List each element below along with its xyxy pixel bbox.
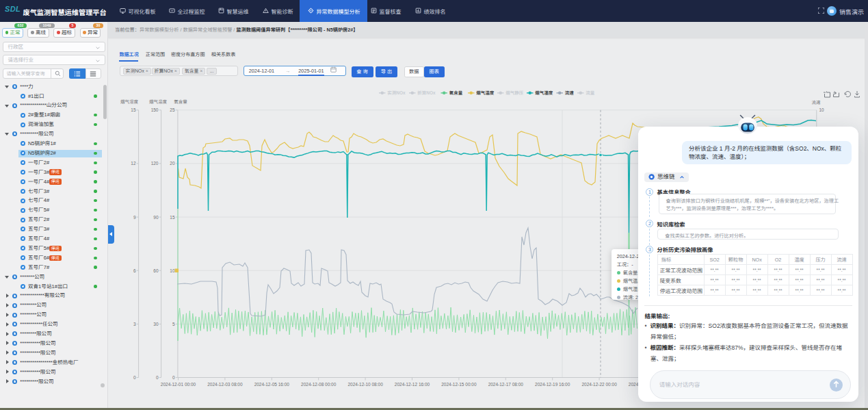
svg-text:0: 0 <box>133 375 136 380</box>
svg-text:氧含量: 氧含量 <box>449 90 463 95</box>
svg-text:15: 15 <box>131 107 136 112</box>
svg-text:烟气静压: 烟气静压 <box>505 90 524 95</box>
svg-text:烟气湿度: 烟气湿度 <box>120 99 139 104</box>
svg-text:10: 10 <box>819 107 825 112</box>
svg-text:60: 60 <box>153 268 159 273</box>
svg-text:0: 0 <box>156 375 159 380</box>
svg-text:烟气湿度: 烟气湿度 <box>535 90 553 95</box>
svg-text:2024-12-01 00:00: 2024-12-01 00:00 <box>161 382 196 387</box>
svg-text:流速: 流速 <box>812 100 821 105</box>
svg-text:流量: 流量 <box>586 90 595 95</box>
svg-text:12: 12 <box>131 161 136 166</box>
svg-text:20: 20 <box>170 161 175 166</box>
svg-text:6: 6 <box>133 268 136 273</box>
svg-text:2024-12-10 08:00: 2024-12-10 08:00 <box>347 382 383 387</box>
svg-text:流速: 流速 <box>565 90 575 95</box>
svg-text:烟气温度: 烟气温度 <box>149 99 168 104</box>
svg-text:3: 3 <box>133 322 136 326</box>
svg-text:90: 90 <box>153 215 159 220</box>
svg-text:折算NOx: 折算NOx <box>417 90 436 95</box>
svg-text:30: 30 <box>153 322 159 326</box>
svg-text:2024-12-12 16:00: 2024-12-12 16:00 <box>395 382 430 387</box>
svg-text:150: 150 <box>151 107 159 112</box>
svg-text:2024-12-17 08:00: 2024-12-17 08:00 <box>488 382 524 387</box>
svg-text:9: 9 <box>133 215 136 220</box>
svg-text:25: 25 <box>170 107 175 112</box>
svg-text:10: 10 <box>170 268 175 273</box>
svg-text:实测NOx: 实测NOx <box>387 90 406 95</box>
svg-text:15: 15 <box>170 215 175 220</box>
svg-text:5: 5 <box>172 322 175 326</box>
svg-text:0: 0 <box>172 375 175 380</box>
svg-text:2024-12-03 08:00: 2024-12-03 08:00 <box>207 382 243 387</box>
svg-text:烟气温度: 烟气温度 <box>476 90 495 95</box>
svg-text:2024-12-19 16:00: 2024-12-19 16:00 <box>535 382 570 387</box>
svg-text:氧含量: 氧含量 <box>174 99 187 104</box>
svg-text:2024-12-05 16:00: 2024-12-05 16:00 <box>254 382 290 387</box>
svg-text:120: 120 <box>151 161 159 166</box>
svg-text:2024-12-15 00:00: 2024-12-15 00:00 <box>441 382 477 387</box>
svg-text:2024-12-22 00:00: 2024-12-22 00:00 <box>581 382 617 387</box>
svg-text:2024-12-08 00:00: 2024-12-08 00:00 <box>301 382 337 387</box>
